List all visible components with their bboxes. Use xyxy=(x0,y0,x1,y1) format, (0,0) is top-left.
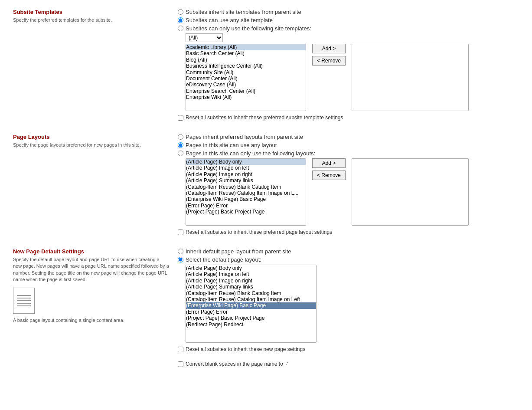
newpage-reset-checkbox[interactable] xyxy=(178,347,183,352)
template-option-ediscovery: eDiscovery Case (All) xyxy=(186,82,306,88)
template-option-academic: Academic Library (All) xyxy=(186,44,306,50)
template-btn-area: Add > < Remove xyxy=(310,44,348,66)
newpage-option-body: (Article Page) Body only xyxy=(186,265,316,271)
newpage-option-catalog-img: (Catalog-Item Reuse) Catalog Item Image … xyxy=(186,296,316,302)
template-left-list[interactable]: Academic Library (All) Basic Search Cent… xyxy=(186,44,306,111)
newpage-radio-2-label: Select the default page layout: xyxy=(186,256,261,263)
subsite-templates-left: Subsite Templates Specify the preferred … xyxy=(13,9,178,121)
page-icon-line4 xyxy=(17,303,31,304)
newpage-radio-row-2: Select the default page layout: xyxy=(178,256,519,263)
page-icon-line5 xyxy=(17,305,31,306)
newpage-list-container: (Article Page) Body only (Article Page) … xyxy=(186,265,519,343)
layouts-reset-checkbox-row: Reset all subsites to inherit these pref… xyxy=(178,229,519,235)
newpage-reset-checkbox-row: Reset all subsites to inherit these new … xyxy=(178,346,519,352)
newpage-option-blank-catalog: (Catalog-Item Reuse) Blank Catalog Item xyxy=(186,290,316,296)
page-icon xyxy=(13,288,35,314)
subsite-reset-checkbox-row: Reset all subsites to inherit these pref… xyxy=(178,115,519,121)
newpage-option-img-right: (Article Page) Image on right xyxy=(186,278,316,284)
template-option-blog: Blog (All) xyxy=(186,57,306,63)
newpage-radio-1[interactable] xyxy=(178,249,183,254)
layouts-radio-2-label: Pages in this site can use any layout xyxy=(186,142,277,148)
newpage-radio-1-label: Inherit default page layout from parent … xyxy=(186,248,291,255)
layout-option-error: (Error Page) Error xyxy=(186,203,306,209)
page-layouts-section: Page Layouts Specify the page layouts pr… xyxy=(13,134,519,235)
new-page-right: Inherit default page layout from parent … xyxy=(178,248,519,352)
layout-option-blank-catalog: (Catalog-Item Reuse) Blank Catalog Item xyxy=(186,184,306,190)
page-icon-line1 xyxy=(17,295,31,296)
new-page-left: New Page Default Settings Specify the de… xyxy=(13,248,178,352)
new-page-desc1: Specify the default page layout and page… xyxy=(13,256,169,283)
layouts-radio-2[interactable] xyxy=(178,142,183,148)
subsite-radio-2-label: Subsites can use any site template xyxy=(186,17,273,23)
subsite-radio-row-2: Subsites can use any site template xyxy=(178,17,519,23)
page-layouts-left: Page Layouts Specify the page layouts pr… xyxy=(13,134,178,235)
subsite-templates-section: Subsite Templates Specify the preferred … xyxy=(13,9,519,121)
template-filter-select[interactable]: (All) SharePoint Enterprise xyxy=(186,33,223,42)
subsite-reset-label: Reset all subsites to inherit these pref… xyxy=(186,115,343,121)
subsite-radio-1-label: Subsites inherit site templates from par… xyxy=(186,9,301,15)
layouts-add-btn[interactable]: Add > xyxy=(312,158,346,168)
template-add-btn[interactable]: Add > xyxy=(312,44,346,53)
layouts-radio-1[interactable] xyxy=(178,134,183,140)
newpage-list[interactable]: (Article Page) Body only (Article Page) … xyxy=(186,265,317,343)
layouts-radio-1-label: Pages inherit preferred layouts from par… xyxy=(186,134,303,140)
newpage-option-error: (Error Page) Error xyxy=(186,309,316,315)
layouts-radio-row-1: Pages inherit preferred layouts from par… xyxy=(178,134,519,140)
layout-option-project: (Project Page) Basic Project Page xyxy=(186,209,306,215)
subsite-radio-3[interactable] xyxy=(178,26,183,31)
convert-checkbox-row: Convert blank spaces in the page name to… xyxy=(178,361,519,367)
page-icon-line2 xyxy=(17,298,31,298)
convert-checkbox[interactable] xyxy=(178,361,183,367)
subsite-radio-2[interactable] xyxy=(178,17,183,23)
page-layouts-right: Pages inherit preferred layouts from par… xyxy=(178,134,519,235)
subsite-templates-title: Subsite Templates xyxy=(13,9,169,15)
layouts-radio-row-3: Pages in this site can only use the foll… xyxy=(178,150,519,157)
newpage-option-redirect: (Redirect Page) Redirect xyxy=(186,321,316,328)
page-icon-line3 xyxy=(17,300,31,301)
subsite-radio-row-1: Subsites inherit site templates from par… xyxy=(178,9,519,15)
subsite-templates-desc: Specify the preferred templates for the … xyxy=(13,17,169,23)
template-option-enterprise-search: Enterprise Search Center (All) xyxy=(186,88,306,94)
layouts-left-list[interactable]: (Article Page) Body only (Article Page) … xyxy=(186,158,306,226)
new-page-desc2: A basic page layout containing a single … xyxy=(13,317,169,324)
subsite-radio-row-3: Subsites can only use the following site… xyxy=(178,25,519,32)
layout-option-body-only: (Article Page) Body only xyxy=(186,159,306,165)
layouts-radio-3-label: Pages in this site can only use the foll… xyxy=(186,150,315,157)
subsite-radio-3-label: Subsites can only use the following site… xyxy=(186,25,311,32)
layouts-reset-label: Reset all subsites to inherit these pref… xyxy=(186,229,332,235)
newpage-option-project: (Project Page) Basic Project Page xyxy=(186,315,316,321)
newpage-option-enterprise-wiki: (Enterprise Wiki Page) Basic Page xyxy=(186,302,316,308)
template-lists-area: Academic Library (All) Basic Search Cent… xyxy=(186,44,519,111)
new-page-section: New Page Default Settings Specify the de… xyxy=(13,248,519,352)
subsite-reset-checkbox[interactable] xyxy=(178,115,183,121)
newpage-radio-2[interactable] xyxy=(178,257,183,262)
layout-option-enterprise-wiki: (Enterprise Wiki Page) Basic Page xyxy=(186,196,306,202)
subsite-radio-1[interactable] xyxy=(178,9,183,15)
layouts-radio-3[interactable] xyxy=(178,151,183,156)
template-option-basic-search: Basic Search Center (All) xyxy=(186,50,306,56)
layouts-right-list[interactable] xyxy=(352,158,469,226)
template-option-business: Business Intelligence Center (All) xyxy=(186,63,306,69)
layouts-lists-area: (Article Page) Body only (Article Page) … xyxy=(186,158,519,226)
newpage-option-summary: (Article Page) Summary links xyxy=(186,284,316,290)
newpage-radio-row-1: Inherit default page layout from parent … xyxy=(178,248,519,255)
bottom-checkboxes: Convert blank spaces in the page name to… xyxy=(178,361,519,367)
layout-option-summary: (Article Page) Summary links xyxy=(186,177,306,184)
template-right-list[interactable] xyxy=(352,44,469,111)
layouts-btn-area: Add > < Remove xyxy=(310,158,348,180)
subsite-templates-right: Subsites inherit site templates from par… xyxy=(178,9,519,121)
layouts-remove-btn[interactable]: < Remove xyxy=(312,171,346,180)
newpage-option-img-left: (Article Page) Image on left xyxy=(186,271,316,277)
template-remove-btn[interactable]: < Remove xyxy=(312,56,346,66)
page-layouts-desc: Specify the page layouts preferred for n… xyxy=(13,142,169,148)
layout-option-catalog-img: (Catalog-Item Reuse) Catalog Item Image … xyxy=(186,190,306,196)
template-option-enterprise-wiki: Enterprise Wiki (All) xyxy=(186,94,306,100)
newpage-reset-label: Reset all subsites to inherit these new … xyxy=(186,346,305,352)
template-option-document: Document Center (All) xyxy=(186,75,306,82)
new-page-title: New Page Default Settings xyxy=(13,248,169,255)
page-layouts-title: Page Layouts xyxy=(13,134,169,140)
layouts-reset-checkbox[interactable] xyxy=(178,230,183,235)
layout-option-img-left: (Article Page) Image on left xyxy=(186,165,306,171)
template-option-community: Community Site (All) xyxy=(186,69,306,75)
layout-option-img-right: (Article Page) Image on right xyxy=(186,171,306,177)
